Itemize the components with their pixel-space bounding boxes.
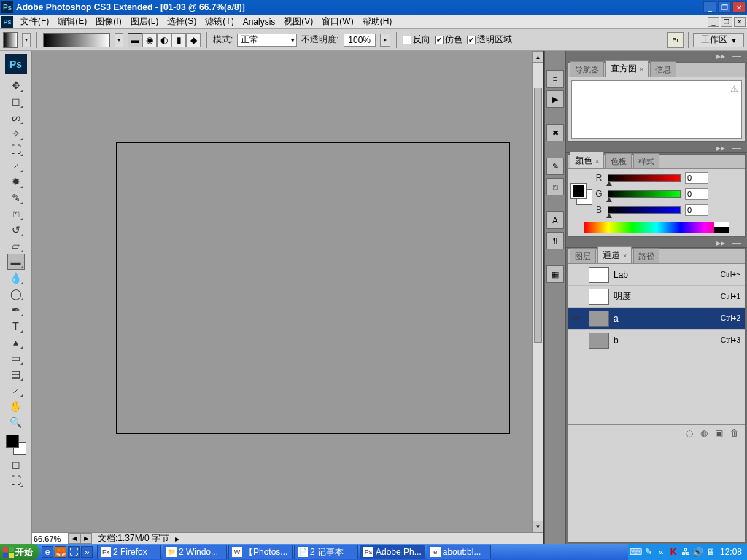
menu-edit[interactable]: 编辑(E) <box>53 14 91 29</box>
close-button[interactable]: ✕ <box>732 1 746 13</box>
quick-mask-toggle[interactable]: ◻ <box>7 456 25 472</box>
menu-select[interactable]: 选择(S) <box>163 14 201 29</box>
gradient-radial-button[interactable]: ◉ <box>142 33 157 47</box>
gradient-picker-dropdown[interactable]: ▾ <box>115 33 123 47</box>
scroll-right-button[interactable]: ▶ <box>80 533 92 544</box>
layer-comps-panel-icon[interactable]: ▦ <box>546 265 564 283</box>
close-icon[interactable]: × <box>640 66 643 73</box>
collapse-dock-button[interactable]: ▸▸ <box>716 143 725 153</box>
opacity-input[interactable] <box>344 34 376 47</box>
tab-swatches[interactable]: 色板 <box>605 153 632 168</box>
tray-display-icon[interactable]: 🖥 <box>705 547 716 557</box>
close-icon[interactable]: × <box>623 252 627 260</box>
brush-tool[interactable]: ✎ <box>7 190 25 206</box>
document-canvas[interactable] <box>116 142 510 434</box>
dodge-tool[interactable]: ◯ <box>7 286 25 302</box>
screen-mode-toggle[interactable]: ⛶ <box>7 472 25 489</box>
reverse-checkbox[interactable]: 反向 <box>403 34 430 46</box>
menu-image[interactable]: 图像(I) <box>91 14 125 29</box>
doc-restore-button[interactable]: ❐ <box>721 17 732 27</box>
hand-tool[interactable]: ✋ <box>7 398 25 414</box>
tab-info[interactable]: 信息 <box>650 61 676 77</box>
tab-histogram[interactable]: 直方图× <box>605 60 649 77</box>
status-flyout[interactable]: ▸ <box>175 534 179 544</box>
ql-expand[interactable]: » <box>81 546 93 558</box>
transparency-checkbox[interactable]: ✔透明区域 <box>467 34 512 46</box>
marquee-tool[interactable]: ◻ <box>7 93 25 109</box>
go-to-bridge-button[interactable]: Br <box>667 32 684 48</box>
notes-tool[interactable]: ▤ <box>7 366 25 382</box>
gradient-tool[interactable]: ▬ <box>7 254 25 270</box>
opacity-flyout[interactable]: ▸ <box>380 34 390 47</box>
history-brush-tool[interactable]: ↺ <box>7 222 25 238</box>
ql-firefox-icon[interactable]: 🦊 <box>55 546 66 558</box>
menu-layer[interactable]: 图层(L) <box>126 14 163 29</box>
gradient-reflected-button[interactable]: ▮ <box>171 33 186 47</box>
slice-tool[interactable]: ⟋ <box>7 158 25 174</box>
gradient-preview[interactable] <box>43 33 110 47</box>
taskbar-task[interactable]: eabout:bl... <box>427 545 491 559</box>
channel-row[interactable]: Lab Ctrl+~ <box>568 264 745 286</box>
scroll-up-button[interactable]: ▲ <box>533 51 543 63</box>
tab-layers[interactable]: 图层 <box>570 248 596 263</box>
shape-tool[interactable]: ▭ <box>7 350 25 366</box>
channel-row[interactable]: b Ctrl+3 <box>568 330 745 351</box>
eyedropper-tool[interactable]: ⟋ <box>7 382 25 398</box>
taskbar-task[interactable]: Fx2 Firefox <box>97 545 161 559</box>
paragraph-panel-icon[interactable]: ¶ <box>546 232 564 249</box>
tool-preset-dropdown[interactable]: ▾ <box>22 33 31 47</box>
visibility-toggle[interactable]: 👁 <box>568 314 584 324</box>
zoom-level-input[interactable]: 66.67% <box>32 533 69 544</box>
tab-color[interactable]: 颜色× <box>570 152 604 168</box>
foreground-color[interactable] <box>6 435 19 448</box>
minimize-button[interactable]: _ <box>703 1 716 13</box>
color-ramp[interactable] <box>584 222 729 233</box>
r-slider[interactable] <box>608 174 681 182</box>
taskbar-task[interactable]: PsAdobe Ph... <box>360 545 425 559</box>
new-channel-button[interactable]: ▣ <box>715 428 723 438</box>
b-value[interactable] <box>685 204 708 216</box>
clone-source-panel-icon[interactable]: ⏍ <box>546 178 564 195</box>
collapse-dock-button[interactable]: ▸▸ <box>716 238 725 248</box>
pen-tool[interactable]: ✒ <box>7 302 25 318</box>
brushes-panel-icon[interactable]: ✎ <box>546 158 564 175</box>
doc-close-button[interactable]: ✕ <box>734 17 746 27</box>
gradient-angle-button[interactable]: ◐ <box>157 33 171 47</box>
lasso-tool[interactable]: ᔕ <box>7 109 25 125</box>
warning-icon[interactable]: ⚠ <box>730 84 738 94</box>
scroll-left-button[interactable]: ◀ <box>69 533 80 544</box>
healing-brush-tool[interactable]: ✹ <box>7 174 25 190</box>
workspace-menu[interactable]: 工作区▾ <box>693 33 744 47</box>
tab-channels[interactable]: 通道× <box>597 246 632 263</box>
tray-lang-icon[interactable]: ⌨ <box>631 547 641 557</box>
menu-window[interactable]: 窗口(W) <box>317 14 357 29</box>
blend-mode-select[interactable]: 正常 <box>237 34 297 47</box>
crop-tool[interactable]: ⛶ <box>7 141 25 158</box>
taskbar-task[interactable]: W【Photos... <box>228 545 293 559</box>
scroll-down-button[interactable]: ▼ <box>533 521 543 532</box>
taskbar-clock[interactable]: 12:08 <box>718 547 744 557</box>
panel-menu-button[interactable]: — <box>732 238 741 248</box>
menu-help[interactable]: 帮助(H) <box>358 14 397 29</box>
menu-analysis[interactable]: Analysis <box>239 15 280 28</box>
tool-presets-panel-icon[interactable]: ✖ <box>546 124 564 141</box>
gradient-linear-button[interactable]: ▬ <box>128 33 142 47</box>
menu-filter[interactable]: 滤镜(T) <box>201 14 238 29</box>
r-value[interactable] <box>685 172 708 184</box>
move-tool[interactable]: ✥ <box>7 77 25 93</box>
channel-row[interactable]: 👁 a Ctrl+2 <box>568 308 745 330</box>
magic-wand-tool[interactable]: ✧ <box>7 125 25 141</box>
tray-volume-icon[interactable]: 🔊 <box>693 547 703 557</box>
tab-navigator[interactable]: 导航器 <box>570 61 604 77</box>
start-button[interactable]: 开始 <box>0 544 39 560</box>
eraser-tool[interactable]: ▱ <box>7 238 25 254</box>
g-value[interactable] <box>685 188 708 200</box>
tray-expand[interactable]: « <box>656 547 666 557</box>
zoom-tool[interactable]: 🔍 <box>7 414 25 430</box>
path-selection-tool[interactable]: ▴ <box>7 334 25 350</box>
load-selection-button[interactable]: ◌ <box>686 428 693 438</box>
g-slider[interactable] <box>608 190 681 198</box>
b-slider[interactable] <box>608 206 681 214</box>
ql-desktop-icon[interactable]: ⛶ <box>68 546 80 558</box>
type-tool[interactable]: T <box>7 318 25 334</box>
